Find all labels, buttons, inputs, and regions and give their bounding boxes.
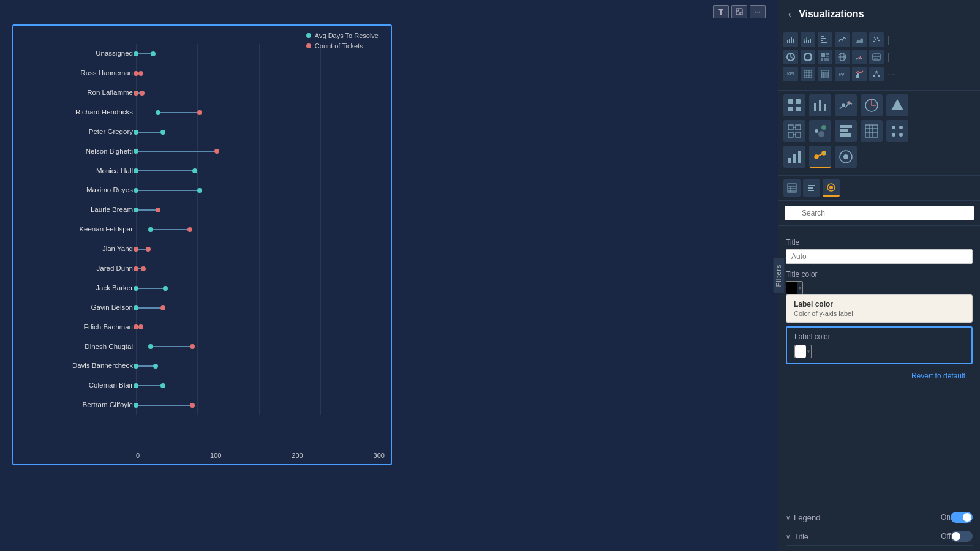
dot-end-9 <box>187 227 192 232</box>
custom-icon-7[interactable] <box>809 120 831 142</box>
viz-icon-map[interactable] <box>835 50 850 64</box>
svg-rect-73 <box>788 125 793 130</box>
icon-separator-1: | <box>886 35 891 45</box>
viz-icon-line[interactable] <box>835 32 850 47</box>
custom-icon-9[interactable] <box>861 120 883 142</box>
dot-end-18 <box>190 403 195 408</box>
title-input[interactable] <box>786 249 973 264</box>
action-icon-analytics[interactable] <box>823 179 840 197</box>
dot-end-10 <box>146 247 151 252</box>
svg-line-61 <box>876 72 879 76</box>
title-color-swatch[interactable]: ▼ <box>786 281 803 294</box>
svg-point-25 <box>878 40 880 41</box>
x-label-300: 300 <box>374 452 385 459</box>
custom-icon-6[interactable] <box>783 120 805 142</box>
title-color-section: Title color ▼ <box>786 270 973 294</box>
dot-end-5 <box>214 149 219 154</box>
dot-start-7 <box>134 188 138 193</box>
label-color-swatch[interactable]: ▼ <box>794 345 812 358</box>
data-row-7 <box>136 184 382 197</box>
dot-start-18 <box>134 403 138 408</box>
svg-rect-16 <box>810 39 811 43</box>
expand-button[interactable] <box>731 5 747 18</box>
viz-icon-row-2: 123 | <box>783 50 975 64</box>
dot-end-13 <box>160 305 165 310</box>
viz-icon-row-3: KPI Py ··· <box>783 67 975 81</box>
viz-icon-combo[interactable] <box>852 67 867 81</box>
viz-icon-bar[interactable] <box>783 32 798 47</box>
svg-rect-13 <box>806 40 807 43</box>
legend-chevron-icon[interactable]: ∨ <box>786 514 790 521</box>
custom-icon-3[interactable] <box>835 94 857 116</box>
custom-icon-8[interactable] <box>835 120 857 142</box>
dot-start-12 <box>134 286 138 291</box>
revert-link[interactable]: Revert to default <box>786 369 973 383</box>
dot-start-13 <box>134 305 138 310</box>
y-label-15: Dinesh Chugtai <box>23 343 133 351</box>
svg-point-111 <box>829 186 833 189</box>
svg-rect-95 <box>793 154 796 163</box>
x-label-200: 200 <box>292 452 303 459</box>
custom-icons-section <box>778 91 980 176</box>
back-button[interactable]: ‹ <box>788 9 791 19</box>
legend-toggle-row: ∨ Legend On <box>786 508 973 527</box>
viz-icon-stacked-bar[interactable] <box>801 32 815 47</box>
custom-icon-1[interactable] <box>783 94 805 116</box>
viz-icon-area[interactable] <box>852 32 867 47</box>
svg-point-91 <box>899 126 903 129</box>
viz-icon-python[interactable]: Py <box>835 67 850 81</box>
viz-icon-matrix[interactable] <box>801 67 815 81</box>
custom-icon-12-active[interactable] <box>809 146 831 168</box>
viz-icon-treemap[interactable] <box>818 50 832 64</box>
label-color-arrow[interactable]: ▼ <box>806 349 811 354</box>
dot-start-0 <box>134 51 138 56</box>
svg-rect-35 <box>821 58 823 61</box>
data-row-14 <box>136 320 382 334</box>
filter-button[interactable] <box>713 5 729 18</box>
svg-marker-21 <box>856 38 863 43</box>
viz-icon-gauge[interactable] <box>852 50 867 64</box>
y-label-18: Bertram Gilfoyle <box>23 402 133 409</box>
legend-dot-avg <box>306 33 311 38</box>
custom-icon-10[interactable] <box>886 120 908 142</box>
svg-point-23 <box>875 39 876 40</box>
viz-icon-scatter[interactable] <box>869 32 884 47</box>
filters-tab[interactable]: Filters <box>773 258 784 293</box>
viz-icon-hbar[interactable] <box>818 32 832 47</box>
viz-icon-decomp[interactable] <box>869 67 884 81</box>
svg-point-80 <box>821 125 826 130</box>
x-label-0: 0 <box>136 452 140 459</box>
custom-icon-2[interactable] <box>809 94 831 116</box>
dumbbell-line-6 <box>136 170 195 171</box>
label-color-tooltip: Label color Color of y-axis label <box>786 294 973 323</box>
y-label-12: Jack Barker <box>23 285 133 292</box>
svg-rect-107 <box>808 185 815 186</box>
search-input[interactable] <box>785 206 974 220</box>
svg-rect-11 <box>804 41 805 43</box>
viz-icon-donut[interactable] <box>801 50 815 64</box>
label-color-row: ▼ <box>794 345 964 358</box>
action-icon-table[interactable] <box>783 179 801 197</box>
svg-text:Py: Py <box>839 72 844 77</box>
legend-toggle-thumb <box>963 513 971 522</box>
svg-rect-34 <box>826 56 829 57</box>
viz-icon-table[interactable] <box>818 67 832 81</box>
title-chevron-icon[interactable]: ∨ <box>786 533 790 540</box>
custom-icon-13[interactable] <box>835 146 857 168</box>
legend-toggle-track[interactable] <box>951 512 973 523</box>
viz-icon-card[interactable]: 123 <box>869 50 884 64</box>
custom-icon-5[interactable] <box>886 94 908 116</box>
title-toggle-track[interactable] <box>951 531 973 542</box>
svg-point-92 <box>892 133 895 137</box>
y-label-8: Laurie Bream <box>23 206 133 214</box>
viz-icon-pie[interactable] <box>783 50 798 64</box>
viz-icon-kpi[interactable]: KPI <box>783 67 798 81</box>
action-icon-format[interactable] <box>803 179 820 197</box>
svg-rect-63 <box>796 99 801 104</box>
svg-rect-64 <box>788 107 793 111</box>
more-options-button[interactable]: ··· <box>750 5 766 18</box>
custom-icon-4[interactable] <box>861 94 883 116</box>
title-prop-label: Title <box>786 238 973 247</box>
custom-icon-11[interactable] <box>783 146 805 168</box>
title-color-arrow[interactable]: ▼ <box>797 285 802 291</box>
